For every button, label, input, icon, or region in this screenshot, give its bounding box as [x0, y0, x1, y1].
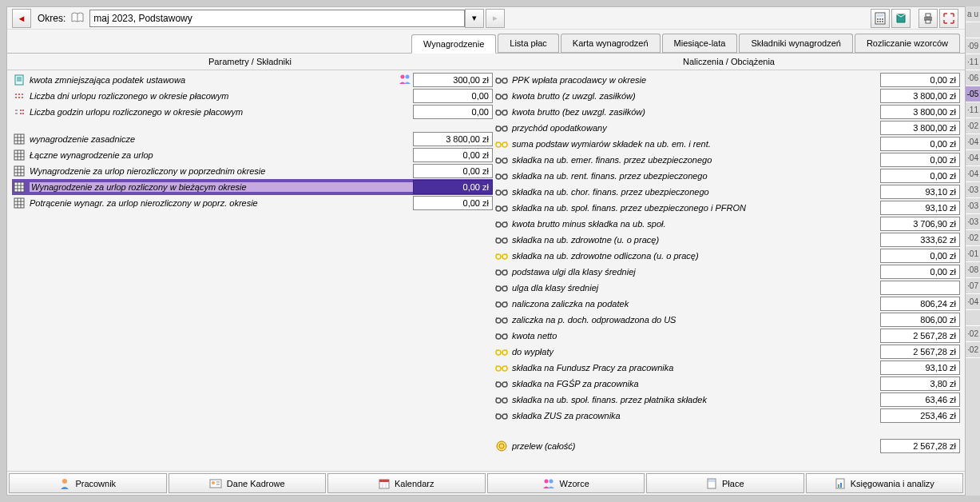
param-row[interactable]: Potrącenie wynagr. za urlop nierozliczon… [12, 195, 493, 211]
svg-rect-12 [15, 75, 23, 85]
tab-4[interactable]: Składniki wynagrodzeń [739, 34, 853, 53]
svg-rect-25 [15, 113, 18, 114]
svg-point-5 [882, 18, 883, 20]
calc-row[interactable]: przychód opodatkowany3 800,00 zł [494, 120, 960, 136]
param-row[interactable]: Liczba godzin urlopu rozliczonego w okre… [12, 104, 493, 120]
calc-row[interactable]: składka na ub. emer. finans. przez ubezp… [494, 152, 960, 168]
calc-row[interactable]: kwota netto2 567,28 zł [494, 328, 960, 344]
row-icon [12, 74, 26, 86]
side-num: ·04 [966, 294, 980, 310]
tab-5[interactable]: Rozliczanie wzorców [855, 34, 960, 53]
tab-1[interactable]: Lista płac [498, 34, 558, 53]
calc-row[interactable]: składka na ub. rent. finans. przez ubezp… [494, 168, 960, 184]
row-value[interactable]: 0,00 zł [413, 180, 493, 194]
row-label: Liczba godzin urlopu rozliczonego w okre… [30, 107, 413, 117]
calc-row[interactable]: składka na ub. społ. finans. przez ubezp… [494, 200, 960, 216]
svg-point-103 [496, 270, 501, 275]
side-num: ·03 [966, 214, 980, 230]
calc-row[interactable]: składka na Fundusz Pracy za pracownika93… [494, 360, 960, 376]
calc-row[interactable]: PPK wpłata pracodawcy w okresie0,00 zł [494, 72, 960, 88]
row-value[interactable]: 0,00 zł [413, 196, 493, 210]
calc-row[interactable]: składka na FGŚP za pracownika3,80 zł [494, 376, 960, 392]
param-row[interactable]: Liczba dni urlopu rozliczonego w okresie… [12, 88, 493, 104]
row-value[interactable]: 0,00 zł [413, 164, 493, 178]
calc-row[interactable]: kwota brutto (bez uwzgl. zasiłków)3 800,… [494, 104, 960, 120]
row-value[interactable]: 3 800,00 zł [413, 132, 493, 146]
book-button[interactable] [891, 9, 911, 28]
calc-row[interactable]: składka ZUS za pracownika253,46 zł [494, 408, 960, 424]
calendar-icon [379, 478, 390, 489]
side-num: ·11 [966, 102, 980, 118]
svg-point-67 [496, 126, 501, 131]
side-num: ·09 [966, 38, 980, 54]
tab-3[interactable]: Miesiące-lata [662, 34, 738, 53]
row-value [880, 281, 960, 295]
calculator-button[interactable] [871, 9, 890, 28]
param-row[interactable]: Wynagrodzenie za urlop nierozliczony w p… [12, 163, 493, 179]
next-button[interactable]: ▸ [486, 9, 505, 28]
period-dropdown-button[interactable]: ▾ [465, 9, 484, 28]
svg-point-124 [502, 350, 507, 355]
calc-row[interactable]: kwota brutto minus składka na ub. społ.3… [494, 216, 960, 232]
report-icon [835, 478, 846, 489]
work-area: kwota zmniejszająca podatek ustawowa300,… [7, 70, 965, 478]
calc-row[interactable]: ulga dla klasy średniej [494, 280, 960, 296]
bottom-dane kadrowe[interactable]: Dane Kadrowe [169, 473, 327, 493]
param-row[interactable]: Łączne wynagrodzenie za urlop0,00 zł [12, 147, 493, 163]
calc-row[interactable]: suma podstaw wymiarów składek na ub. em.… [494, 136, 960, 152]
coin-icon [494, 440, 509, 452]
svg-rect-35 [14, 150, 24, 160]
svg-point-3 [877, 18, 879, 20]
calc-row[interactable]: składka na ub. społ. finans. przez płatn… [494, 392, 960, 408]
calc-row[interactable]: kwota brutto (z uwzgl. zasiłków)3 800,00… [494, 88, 960, 104]
calc-row[interactable]: zaliczka na p. doch. odprowadzona do US8… [494, 312, 960, 328]
svg-point-107 [496, 286, 501, 291]
expand-button[interactable] [939, 9, 958, 28]
row-icon [12, 181, 26, 193]
glasses-icon [494, 106, 509, 118]
row-label: naliczona zaliczka na podatek [512, 299, 880, 309]
param-row[interactable]: kwota zmniejszająca podatek ustawowa300,… [12, 72, 493, 88]
bottom-label: Księgowania i analizy [851, 479, 934, 488]
row-value[interactable]: 0,00 zł [413, 148, 493, 162]
main-frame: ◄ Okres: ▾ ▸ WynagrodzenieLista płac [6, 6, 966, 496]
calc-row[interactable]: składka na ub. chor. finans. przez ubezp… [494, 184, 960, 200]
param-row[interactable]: Wynagrodzenie za urlop rozliczony w bież… [12, 179, 493, 195]
row-icon [12, 133, 26, 145]
calc-row[interactable]: składka na ub. zdrowotne odliczona (u. o… [494, 248, 960, 264]
calc-row[interactable]: naliczona zaliczka na podatek806,24 zł [494, 296, 960, 312]
tab-0[interactable]: Wynagrodzenie [411, 34, 496, 54]
transfer-row[interactable]: przelew (całość)2 567,28 zł [494, 438, 960, 454]
svg-point-119 [496, 334, 501, 339]
print-button[interactable] [919, 9, 938, 28]
bottom-wzorce[interactable]: Wzorce [487, 473, 645, 493]
row-value[interactable]: 0,00 [413, 105, 493, 119]
person-icon [59, 478, 70, 489]
bottom-pracownik[interactable]: Pracownik [9, 473, 167, 493]
svg-point-17 [406, 75, 410, 79]
svg-point-83 [496, 190, 501, 195]
bottom-kalendarz[interactable]: Kalendarz [327, 473, 486, 493]
top-toolbar: ◄ Okres: ▾ ▸ [7, 7, 965, 30]
row-value[interactable]: 0,00 [413, 89, 493, 103]
calc-row[interactable]: do wypłaty2 567,28 zł [494, 344, 960, 360]
row-value[interactable]: 300,00 zł [413, 73, 493, 87]
bottom-płace[interactable]: Płace [646, 473, 804, 493]
side-num: ·04 [966, 134, 980, 150]
svg-point-75 [496, 158, 501, 163]
svg-point-64 [502, 110, 507, 115]
side-num: ·02 [966, 326, 980, 342]
calc-row[interactable]: podstawa ulgi dla klasy średniej0,00 zł [494, 264, 960, 280]
svg-point-28 [20, 113, 22, 114]
side-num: ·02 [966, 342, 980, 358]
svg-rect-11 [926, 20, 930, 23]
bottom-księgowania i analizy[interactable]: Księgowania i analizy [806, 473, 964, 493]
tab-2[interactable]: Karta wynagrodzeń [561, 34, 661, 53]
bottom-label: Pracownik [75, 479, 116, 488]
param-row[interactable]: wynagrodzenie zasadnicze3 800,00 zł [12, 131, 493, 147]
period-input[interactable] [89, 10, 465, 27]
row-icon [12, 106, 26, 118]
row-value: 806,00 zł [880, 313, 960, 327]
calc-row[interactable]: składka na ub. zdrowotne (u. o pracę)333… [494, 232, 960, 248]
prev-button[interactable]: ◄ [12, 9, 31, 28]
